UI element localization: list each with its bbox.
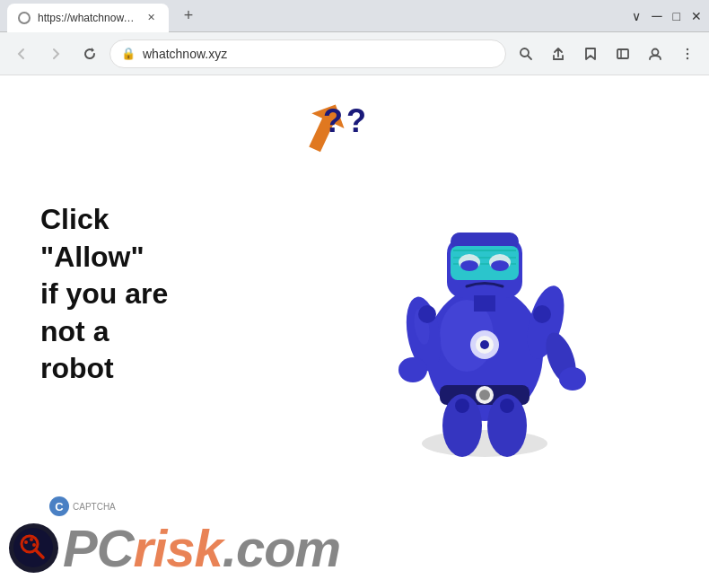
window-controls: ∨ ─ □ ✕ [632, 8, 702, 24]
svg-point-6 [687, 48, 688, 49]
url-text: whatchnow.xyz [143, 47, 495, 61]
robot-svg [350, 93, 619, 461]
svg-point-25 [491, 260, 509, 271]
sidebar-icon [616, 47, 630, 61]
svg-point-47 [32, 543, 36, 547]
svg-point-32 [559, 367, 586, 391]
close-button[interactable]: ✕ [691, 9, 702, 23]
lock-icon: 🔒 [121, 47, 136, 60]
browser-toolbar: 🔒 whatchnow.xyz [0, 32, 709, 75]
svg-point-5 [652, 48, 659, 55]
reload-icon [83, 47, 97, 61]
forward-button[interactable] [41, 39, 70, 68]
svg-line-2 [528, 56, 531, 59]
back-icon [14, 47, 29, 61]
svg-point-8 [687, 57, 688, 58]
search-icon [519, 47, 533, 61]
profile-icon [648, 47, 662, 61]
maximize-button[interactable]: □ [673, 9, 680, 23]
forward-icon [48, 47, 63, 61]
svg-point-42 [13, 528, 53, 567]
toolbar-right-buttons [512, 39, 702, 68]
svg-point-41 [500, 399, 514, 413]
reload-button[interactable] [75, 39, 104, 68]
tab-title: https://whatchnow.xyz [38, 12, 136, 24]
sidebar-button[interactable] [608, 39, 637, 68]
robot-illustration [350, 93, 637, 470]
menu-button[interactable] [673, 39, 702, 68]
svg-point-10 [422, 430, 547, 457]
tab-close-button[interactable]: ✕ [144, 11, 158, 25]
pcrisk-icon [9, 523, 58, 573]
share-button[interactable] [544, 39, 573, 68]
svg-point-24 [460, 260, 478, 271]
minimize-button[interactable]: ─ [652, 8, 661, 24]
svg-point-7 [687, 52, 688, 54]
chevron-down-icon[interactable]: ∨ [632, 9, 641, 23]
titlebar: https://whatchnow.xyz ✕ + ∨ ─ □ ✕ [0, 0, 709, 32]
pcrisk-text: PCrisk.com [63, 518, 340, 578]
browser-tab[interactable]: https://whatchnow.xyz ✕ [7, 4, 169, 32]
svg-rect-3 [617, 49, 628, 58]
svg-point-40 [455, 399, 469, 413]
svg-point-38 [418, 305, 436, 323]
new-tab-button[interactable]: + [176, 4, 201, 29]
svg-point-37 [480, 340, 489, 349]
share-icon [551, 47, 565, 61]
search-button[interactable] [512, 39, 540, 68]
pcrisk-icon-svg [13, 528, 54, 568]
bookmark-button[interactable] [576, 39, 605, 68]
pcrisk-watermark: PCrisk.com [0, 507, 709, 588]
svg-point-45 [24, 540, 28, 544]
bookmark-icon [583, 47, 598, 61]
profile-button[interactable] [641, 39, 670, 68]
main-instruction-text: Click "Allow" if you are not a robot [40, 201, 168, 388]
svg-point-15 [479, 390, 490, 400]
menu-icon [680, 47, 695, 61]
svg-point-28 [398, 357, 427, 382]
svg-point-39 [533, 305, 551, 323]
pcrisk-logo: PCrisk.com [0, 518, 340, 578]
tab-favicon [18, 12, 31, 24]
back-button[interactable] [7, 39, 36, 68]
page-content: ?? Click "Allow" if you are not a robot [0, 75, 709, 588]
svg-rect-26 [474, 295, 495, 312]
svg-point-46 [30, 538, 33, 541]
svg-marker-0 [92, 48, 94, 52]
address-bar[interactable]: 🔒 whatchnow.xyz [109, 39, 506, 68]
